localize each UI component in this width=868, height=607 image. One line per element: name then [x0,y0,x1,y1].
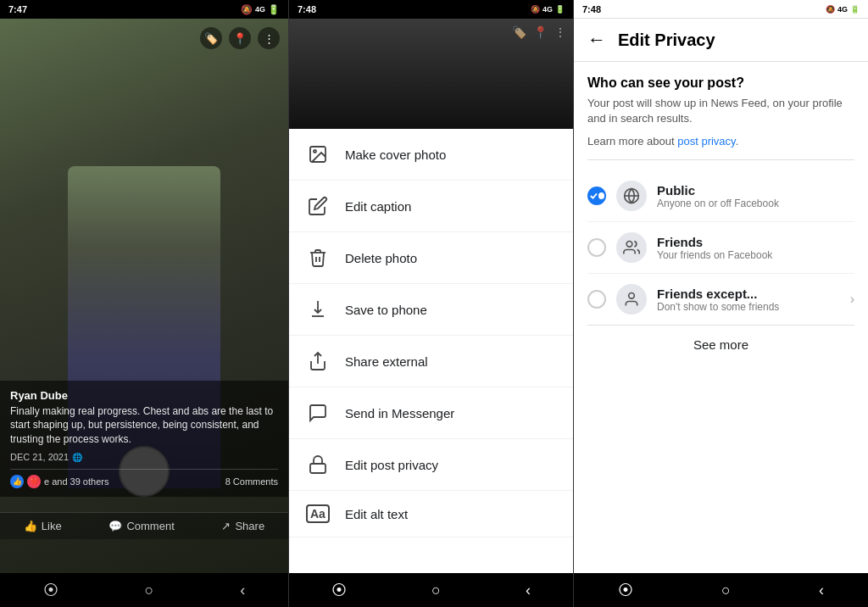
panel-photo-menu: 7:48 🔕 4G 🔋 🏷️ 📍 ⋮ Make cover photo [288,0,574,607]
edit-caption-label: Edit caption [345,199,411,214]
make-cover-photo-icon [306,142,330,166]
svg-point-1 [314,150,316,153]
friends-except-text: Friends except... Don't show to some fri… [657,287,840,313]
privacy-option-friends-except[interactable]: Friends except... Don't show to some fri… [587,273,854,325]
signal-icon-2: 4G [542,5,553,14]
panel2-more-icon: ⋮ [554,25,566,39]
make-cover-photo-label: Make cover photo [345,148,446,162]
save-to-phone-icon [306,298,330,321]
comment-button[interactable]: 💬 Comment [108,520,174,532]
panel2-photo-icons: 🏷️ 📍 ⋮ [512,25,566,39]
public-sublabel: Anyone on or off Facebook [657,198,854,209]
reaction-icons: 👍 ❤️ e and 39 others [10,475,108,488]
photo-icons-row: 🏷️ 📍 ⋮ [192,19,288,58]
status-icons-2: 🔕 4G 🔋 [531,5,565,14]
nav-menu-icon[interactable]: ⦿ [43,582,58,599]
panel-edit-privacy: 7:48 🔕 4G 🔋 ← Edit Privacy Who can see y… [574,0,868,607]
nav-home-icon[interactable]: ○ [145,582,154,599]
edit-privacy-title: Edit Privacy [618,31,715,50]
radio-friends-except[interactable] [587,290,606,309]
edit-privacy-content: Who can see your post? Your post will sh… [574,62,868,573]
back-button[interactable]: ← [587,29,606,51]
privacy-option-public[interactable]: Public Anyone on or off Facebook [587,170,854,221]
menu-item-edit-alt-text[interactable]: Aa Edit alt text [289,491,573,537]
like-button[interactable]: 👍 Like [24,520,62,532]
friends-text: Friends Your friends on Facebook [657,235,854,261]
panel2-photo-preview: 🏷️ 📍 ⋮ [289,19,573,129]
radio-public[interactable] [587,187,606,205]
post-date: DEC 21, 2021 🌐 [10,452,278,462]
public-label: Public [657,183,854,198]
panel2-tag-icon: 🏷️ [512,25,526,39]
who-can-see-title: Who can see your post? [587,75,854,91]
post-photo-container: 🏷️ 📍 ⋮ Ryan Dube Finally making real pro… [0,19,288,573]
nav-menu-icon-2[interactable]: ⦿ [331,582,347,599]
more-options-icon[interactable]: ⋮ [258,27,280,49]
post-caption-text: Finally making real progress. Chest and … [10,404,278,447]
globe-icon: 🌐 [72,453,82,462]
reaction-count: e and 39 others [44,476,108,487]
comment-icon: 💬 [108,520,122,532]
share-button[interactable]: ↗ Share [221,520,264,532]
menu-item-save-to-phone[interactable]: Save to phone [289,284,573,336]
friends-except-chevron: › [850,292,854,307]
like-reaction: 👍 [10,475,24,488]
nav-bar-1: ⦿ ○ ‹ [0,573,288,607]
mute-icon-2: 🔕 [531,5,540,14]
battery-icon-2: 🔋 [555,5,565,14]
panel-facebook-post: 7:47 🔕 4G 🔋 🏷️ 📍 ⋮ Ryan Dube Finally mak… [0,0,288,607]
edit-alt-text-icon: Aa [306,504,330,523]
caption-overlay: Ryan Dube Finally making real progress. … [0,381,288,497]
post-privacy-link[interactable]: post privacy [677,135,735,148]
nav-menu-icon-3[interactable]: ⦿ [618,582,633,599]
nav-back-icon-2[interactable]: ‹ [526,582,531,599]
edit-privacy-header: ← Edit Privacy [574,19,868,62]
reactions-row: 👍 ❤️ e and 39 others 8 Comments [10,469,278,488]
nav-bar-3: ⦿ ○ ‹ [574,573,868,607]
menu-item-edit-caption[interactable]: Edit caption [289,181,573,232]
public-icon-wrap [616,181,647,211]
friends-icon [623,239,640,256]
nav-home-icon-2[interactable]: ○ [431,582,441,599]
location-icon[interactable]: 📍 [229,27,251,49]
tag-icon[interactable]: 🏷️ [200,27,222,49]
delete-photo-label: Delete photo [345,251,417,265]
share-external-label: Share external [345,354,428,369]
privacy-option-friends[interactable]: Friends Your friends on Facebook [587,221,854,273]
menu-item-send-messenger[interactable]: Send in Messenger [289,387,573,439]
status-icons-1: 🔕 4G 🔋 [241,4,280,15]
friends-except-label: Friends except... [657,287,840,301]
nav-home-icon-3[interactable]: ○ [721,582,731,599]
svg-point-7 [626,242,632,248]
radio-friends[interactable] [587,238,606,257]
friends-except-sublabel: Don't show to some friends [657,301,840,313]
nav-back-icon[interactable]: ‹ [240,582,245,599]
mute-icon-3: 🔕 [826,5,835,14]
status-time-1: 7:47 [8,4,27,14]
nav-back-icon-3[interactable]: ‹ [819,582,824,599]
share-icon: ↗ [221,520,231,532]
send-messenger-icon [306,401,330,425]
menu-item-make-cover-photo[interactable]: Make cover photo [289,129,573,181]
learn-more-row: Learn more about post privacy. [587,135,854,148]
edit-post-privacy-label: Edit post privacy [345,458,438,472]
friends-sublabel: Your friends on Facebook [657,249,854,261]
edit-caption-icon [306,194,330,218]
love-reaction: ❤️ [27,475,41,488]
see-more-button[interactable]: See more [587,325,854,364]
menu-item-share-external[interactable]: Share external [289,336,573,387]
poster-name: Ryan Dube [10,389,278,402]
nav-bar-2: ⦿ ○ ‹ [289,573,573,607]
post-action-bar: 👍 Like 💬 Comment ↗ Share [0,512,288,539]
menu-item-edit-post-privacy[interactable]: Edit post privacy [289,439,573,491]
friends-except-icon-wrap [616,284,647,315]
svg-rect-4 [310,464,326,473]
photo-options-list: Make cover photo Edit caption [289,129,573,573]
status-bar-2: 7:48 🔕 4G 🔋 [289,0,573,19]
delete-photo-icon [306,246,330,270]
panel2-location-icon: 📍 [533,25,548,39]
menu-item-delete-photo[interactable]: Delete photo [289,232,573,284]
edit-post-privacy-icon [306,453,330,476]
status-bar-1: 7:47 🔕 4G 🔋 [0,0,288,19]
status-time-3: 7:48 [582,4,601,14]
